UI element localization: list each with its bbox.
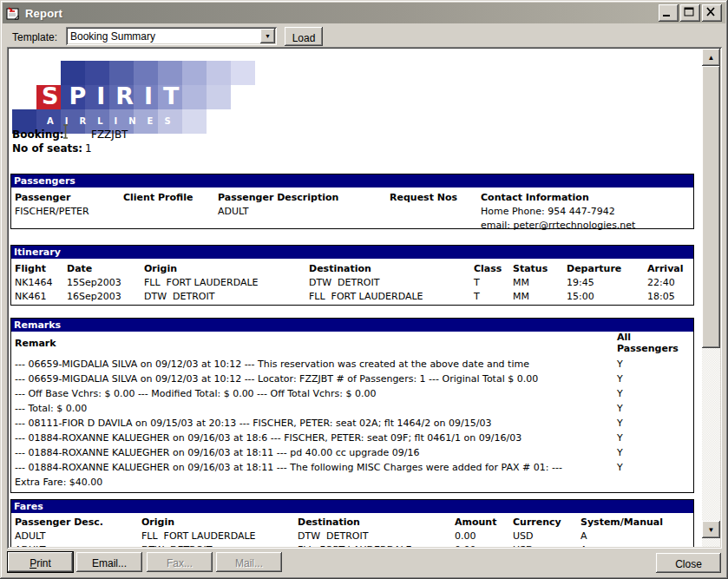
cell: 19:45 xyxy=(567,277,594,288)
booking-label: Booking: xyxy=(12,128,64,141)
table-row: --- 01884-ROXANNE KALUEGHER on 09/16/03 … xyxy=(11,431,693,446)
cell: NK1464 xyxy=(15,277,52,288)
table-row: FISCHER/PETER ADULT Home Phone: 954 447-… xyxy=(11,205,693,219)
close-button[interactable] xyxy=(702,4,722,22)
load-button[interactable]: Load xyxy=(285,27,323,46)
print-button[interactable]: Print xyxy=(8,552,73,572)
table-row: --- 01884-ROXANNE KALUEGHER on 09/16/03 … xyxy=(11,461,693,476)
scrollbar-thumb[interactable] xyxy=(702,66,720,348)
cell: DTW DETROIT xyxy=(144,291,214,302)
vertical-scrollbar[interactable]: ▲ ▼ xyxy=(702,49,720,547)
dropdown-arrow-button[interactable]: ▼ xyxy=(260,29,275,43)
cell: --- 08111-FIOR D DAVILA on 09/15/03 at 2… xyxy=(15,418,491,429)
col-passenger: Passenger xyxy=(15,192,70,203)
maximize-button[interactable] xyxy=(680,4,700,22)
col-origin: Origin xyxy=(141,516,174,528)
window-title: Report xyxy=(25,7,657,20)
itinerary-section: Itinerary Flight Date Origin Destination… xyxy=(10,245,694,306)
table-row: --- Total: $ 0.00 Y xyxy=(11,402,693,417)
chevron-down-icon: ▼ xyxy=(265,33,271,39)
table-row: --- 01884-ROXANNE KALUEGHER on 09/16/03 … xyxy=(11,446,693,461)
cell: FLL FORT LAUDERDALE xyxy=(144,277,259,288)
fares-header-row: Passenger Desc. Origin Destination Amoun… xyxy=(11,516,693,530)
col-class: Class xyxy=(474,263,502,274)
report-window: Report Template: Booking Summary ▼ Load xyxy=(0,0,728,579)
close-dialog-button[interactable]: Close xyxy=(656,553,721,573)
maximize-icon xyxy=(684,7,696,18)
cell: 18:05 xyxy=(647,291,675,302)
col-flight: Flight xyxy=(15,263,46,274)
table-row: ADULT FLL FORT LAUDERDALE DTW DETROIT 0.… xyxy=(11,530,693,543)
arrow-down-icon: ▼ xyxy=(708,526,715,534)
remarks-section: Remarks Remark All Passengers --- 06659-… xyxy=(10,318,694,493)
cell: Y xyxy=(617,432,623,444)
cell: 16Sep2003 xyxy=(67,291,121,302)
col-passenger-description: Passenger Description xyxy=(218,192,338,203)
cell: A xyxy=(580,530,587,542)
cell: ADULT xyxy=(218,206,248,217)
seats-label: No of seats: xyxy=(12,142,82,155)
cell: Y xyxy=(617,388,623,399)
col-arrival: Arrival xyxy=(647,263,684,274)
cell: 15Sep2003 xyxy=(67,277,121,288)
remarks-section-title: Remarks xyxy=(11,319,693,332)
cell: FISCHER/PETER xyxy=(15,206,89,217)
col-contact-information: Contact Information xyxy=(481,192,589,203)
cell: MM xyxy=(513,291,529,302)
table-row: ADULT DTW DETROIT FLL FORT LAUDERDALE 0.… xyxy=(11,543,693,547)
cell: 0.00 xyxy=(455,530,476,542)
table-row: --- 08111-FIOR D DAVILA on 09/15/03 at 2… xyxy=(11,417,693,431)
template-selected-value: Booking Summary xyxy=(70,30,155,43)
mail-button: Mail... xyxy=(216,552,282,572)
email-button[interactable]: Email... xyxy=(76,552,142,572)
cell: Y xyxy=(617,373,623,385)
report-content: SPIRIT AIRLINES Booking: FZZJBT No of se… xyxy=(9,49,702,547)
col-amount: Amount xyxy=(455,516,496,528)
template-dropdown[interactable]: Booking Summary ▼ xyxy=(66,27,277,45)
minimize-button[interactable] xyxy=(659,4,679,22)
fax-button: Fax... xyxy=(147,552,213,572)
cell: 22:40 xyxy=(647,277,675,288)
cell: --- 01884-ROXANNE KALUEGHER on 09/16/03 … xyxy=(15,447,419,458)
cell: email: peter@rrtechnologies.net xyxy=(481,220,635,231)
col-passenger-desc: Passenger Desc. xyxy=(15,516,103,528)
col-currency: Currency xyxy=(513,516,561,528)
cell: --- 06659-MIGDALIA SILVA on 09/12/03 at … xyxy=(15,359,529,370)
table-row: NK461 16Sep2003 DTW DETROIT FLL FORT LAU… xyxy=(11,290,693,304)
col-destination: Destination xyxy=(298,516,360,528)
passengers-header-row: Passenger Client Profile Passenger Descr… xyxy=(11,191,693,205)
cell: T xyxy=(474,291,480,302)
col-remark: Remark xyxy=(15,338,56,349)
arrow-up-icon: ▲ xyxy=(708,54,715,62)
cell: DTW DETROIT xyxy=(298,530,368,542)
cell: --- 06659-MIGDALIA SILVA on 09/12/03 at … xyxy=(15,373,538,385)
cell: --- Off Base Vchrs: $ 0.00 --- Modified … xyxy=(15,388,376,399)
spirit-airlines-logo: SPIRIT AIRLINES xyxy=(12,61,264,134)
cell: FLL FORT LAUDERDALE xyxy=(298,544,412,547)
print-label: rint xyxy=(36,557,51,569)
cell: DTW DETROIT xyxy=(141,544,212,547)
cell: Y xyxy=(617,403,623,414)
cell: Y xyxy=(617,359,623,370)
cell: 0.00 xyxy=(455,544,476,547)
cell: ADULT xyxy=(15,544,45,547)
report-viewport: SPIRIT AIRLINES Booking: FZZJBT No of se… xyxy=(7,47,722,549)
cell: 15:00 xyxy=(567,291,594,302)
template-label: Template: xyxy=(12,31,57,43)
scroll-down-button[interactable]: ▼ xyxy=(702,521,720,538)
print-label-accel: P xyxy=(30,557,36,569)
cell: Extra Fare: $40.00 xyxy=(15,477,102,488)
col-system-manual: System/Manual xyxy=(580,516,663,528)
cell: Y xyxy=(617,462,623,473)
col-departure: Departure xyxy=(567,263,621,274)
cell: --- 01884-ROXANNE KALUEGHER on 09/16/03 … xyxy=(15,462,562,473)
passengers-section: Passengers Passenger Client Profile Pass… xyxy=(10,174,694,229)
itinerary-header-row: Flight Date Origin Destination Class Sta… xyxy=(11,262,693,276)
scroll-up-button[interactable]: ▲ xyxy=(702,49,720,66)
cell: ADULT xyxy=(15,530,45,542)
cell: Home Phone: 954 447-7942 xyxy=(481,206,615,217)
close-icon xyxy=(705,7,718,18)
cell: DTW DETROIT xyxy=(309,277,379,288)
cell: USD xyxy=(513,530,534,542)
cell: USD xyxy=(513,544,534,547)
